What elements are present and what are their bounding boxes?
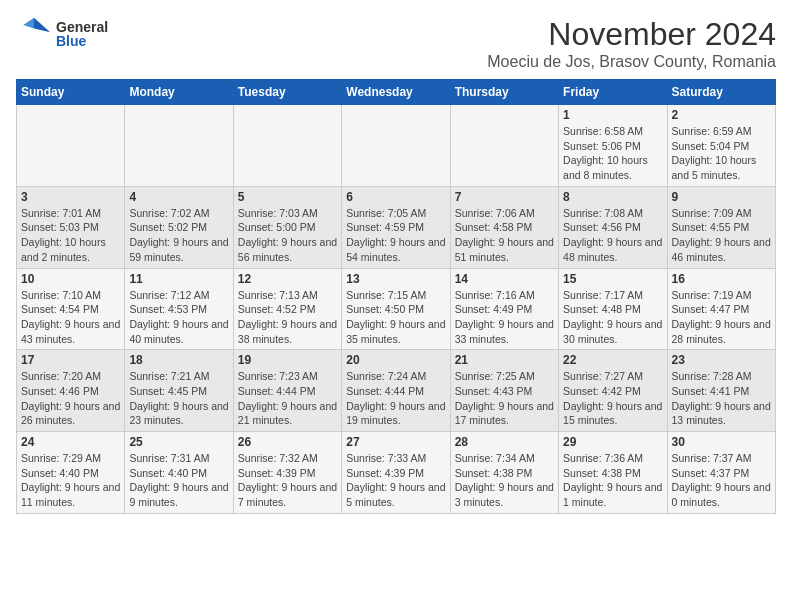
calendar-header-tuesday: Tuesday [233,80,341,105]
day-info: Sunrise: 7:29 AM Sunset: 4:40 PM Dayligh… [21,451,120,510]
day-number: 11 [129,272,228,286]
calendar-cell: 25Sunrise: 7:31 AM Sunset: 4:40 PM Dayli… [125,432,233,514]
day-number: 4 [129,190,228,204]
header: General Blue November 2024 Moeciu de Jos… [16,16,776,71]
calendar-cell: 23Sunrise: 7:28 AM Sunset: 4:41 PM Dayli… [667,350,775,432]
calendar-week-row: 3Sunrise: 7:01 AM Sunset: 5:03 PM Daylig… [17,186,776,268]
day-info: Sunrise: 7:06 AM Sunset: 4:58 PM Dayligh… [455,206,554,265]
logo: General Blue [16,16,108,52]
day-number: 17 [21,353,120,367]
calendar-cell: 10Sunrise: 7:10 AM Sunset: 4:54 PM Dayli… [17,268,125,350]
calendar-cell: 14Sunrise: 7:16 AM Sunset: 4:49 PM Dayli… [450,268,558,350]
day-number: 29 [563,435,662,449]
day-number: 12 [238,272,337,286]
calendar-cell: 22Sunrise: 7:27 AM Sunset: 4:42 PM Dayli… [559,350,667,432]
day-number: 20 [346,353,445,367]
calendar-header-monday: Monday [125,80,233,105]
calendar-cell: 3Sunrise: 7:01 AM Sunset: 5:03 PM Daylig… [17,186,125,268]
calendar-cell: 15Sunrise: 7:17 AM Sunset: 4:48 PM Dayli… [559,268,667,350]
calendar-header-saturday: Saturday [667,80,775,105]
day-info: Sunrise: 7:37 AM Sunset: 4:37 PM Dayligh… [672,451,771,510]
day-info: Sunrise: 7:16 AM Sunset: 4:49 PM Dayligh… [455,288,554,347]
day-info: Sunrise: 7:03 AM Sunset: 5:00 PM Dayligh… [238,206,337,265]
day-info: Sunrise: 6:58 AM Sunset: 5:06 PM Dayligh… [563,124,662,183]
location-title: Moeciu de Jos, Brasov County, Romania [487,53,776,71]
day-number: 25 [129,435,228,449]
calendar-cell: 30Sunrise: 7:37 AM Sunset: 4:37 PM Dayli… [667,432,775,514]
title-area: November 2024 Moeciu de Jos, Brasov Coun… [487,16,776,71]
calendar-cell [233,105,341,187]
day-info: Sunrise: 7:05 AM Sunset: 4:59 PM Dayligh… [346,206,445,265]
day-info: Sunrise: 7:20 AM Sunset: 4:46 PM Dayligh… [21,369,120,428]
day-number: 8 [563,190,662,204]
calendar-cell: 13Sunrise: 7:15 AM Sunset: 4:50 PM Dayli… [342,268,450,350]
calendar-table: SundayMondayTuesdayWednesdayThursdayFrid… [16,79,776,514]
day-info: Sunrise: 7:33 AM Sunset: 4:39 PM Dayligh… [346,451,445,510]
day-info: Sunrise: 6:59 AM Sunset: 5:04 PM Dayligh… [672,124,771,183]
day-info: Sunrise: 7:12 AM Sunset: 4:53 PM Dayligh… [129,288,228,347]
day-number: 15 [563,272,662,286]
calendar-cell [342,105,450,187]
day-number: 26 [238,435,337,449]
calendar-cell [450,105,558,187]
calendar-cell: 20Sunrise: 7:24 AM Sunset: 4:44 PM Dayli… [342,350,450,432]
day-number: 3 [21,190,120,204]
day-number: 2 [672,108,771,122]
day-info: Sunrise: 7:21 AM Sunset: 4:45 PM Dayligh… [129,369,228,428]
day-number: 6 [346,190,445,204]
day-info: Sunrise: 7:24 AM Sunset: 4:44 PM Dayligh… [346,369,445,428]
day-number: 24 [21,435,120,449]
logo-general-text: General [56,20,108,34]
calendar-cell: 27Sunrise: 7:33 AM Sunset: 4:39 PM Dayli… [342,432,450,514]
day-info: Sunrise: 7:01 AM Sunset: 5:03 PM Dayligh… [21,206,120,265]
calendar-cell: 18Sunrise: 7:21 AM Sunset: 4:45 PM Dayli… [125,350,233,432]
calendar-cell: 7Sunrise: 7:06 AM Sunset: 4:58 PM Daylig… [450,186,558,268]
day-info: Sunrise: 7:15 AM Sunset: 4:50 PM Dayligh… [346,288,445,347]
calendar-cell: 19Sunrise: 7:23 AM Sunset: 4:44 PM Dayli… [233,350,341,432]
svg-marker-0 [34,18,50,32]
day-number: 19 [238,353,337,367]
calendar-week-row: 24Sunrise: 7:29 AM Sunset: 4:40 PM Dayli… [17,432,776,514]
calendar-cell: 17Sunrise: 7:20 AM Sunset: 4:46 PM Dayli… [17,350,125,432]
day-info: Sunrise: 7:17 AM Sunset: 4:48 PM Dayligh… [563,288,662,347]
calendar-header-sunday: Sunday [17,80,125,105]
calendar-cell: 2Sunrise: 6:59 AM Sunset: 5:04 PM Daylig… [667,105,775,187]
calendar-cell: 8Sunrise: 7:08 AM Sunset: 4:56 PM Daylig… [559,186,667,268]
svg-marker-1 [23,18,34,29]
day-number: 27 [346,435,445,449]
calendar-cell: 16Sunrise: 7:19 AM Sunset: 4:47 PM Dayli… [667,268,775,350]
calendar-cell: 9Sunrise: 7:09 AM Sunset: 4:55 PM Daylig… [667,186,775,268]
day-number: 7 [455,190,554,204]
day-info: Sunrise: 7:31 AM Sunset: 4:40 PM Dayligh… [129,451,228,510]
calendar-cell: 12Sunrise: 7:13 AM Sunset: 4:52 PM Dayli… [233,268,341,350]
day-number: 22 [563,353,662,367]
calendar-cell: 5Sunrise: 7:03 AM Sunset: 5:00 PM Daylig… [233,186,341,268]
day-number: 18 [129,353,228,367]
calendar-cell: 24Sunrise: 7:29 AM Sunset: 4:40 PM Dayli… [17,432,125,514]
calendar-cell: 21Sunrise: 7:25 AM Sunset: 4:43 PM Dayli… [450,350,558,432]
calendar-cell: 11Sunrise: 7:12 AM Sunset: 4:53 PM Dayli… [125,268,233,350]
day-info: Sunrise: 7:25 AM Sunset: 4:43 PM Dayligh… [455,369,554,428]
day-info: Sunrise: 7:32 AM Sunset: 4:39 PM Dayligh… [238,451,337,510]
month-title: November 2024 [487,16,776,53]
day-info: Sunrise: 7:02 AM Sunset: 5:02 PM Dayligh… [129,206,228,265]
day-info: Sunrise: 7:36 AM Sunset: 4:38 PM Dayligh… [563,451,662,510]
calendar-week-row: 17Sunrise: 7:20 AM Sunset: 4:46 PM Dayli… [17,350,776,432]
day-info: Sunrise: 7:34 AM Sunset: 4:38 PM Dayligh… [455,451,554,510]
calendar-cell: 4Sunrise: 7:02 AM Sunset: 5:02 PM Daylig… [125,186,233,268]
day-info: Sunrise: 7:23 AM Sunset: 4:44 PM Dayligh… [238,369,337,428]
day-number: 9 [672,190,771,204]
calendar-cell [125,105,233,187]
day-info: Sunrise: 7:09 AM Sunset: 4:55 PM Dayligh… [672,206,771,265]
day-number: 21 [455,353,554,367]
day-info: Sunrise: 7:13 AM Sunset: 4:52 PM Dayligh… [238,288,337,347]
calendar-cell: 1Sunrise: 6:58 AM Sunset: 5:06 PM Daylig… [559,105,667,187]
day-number: 28 [455,435,554,449]
day-info: Sunrise: 7:08 AM Sunset: 4:56 PM Dayligh… [563,206,662,265]
day-info: Sunrise: 7:28 AM Sunset: 4:41 PM Dayligh… [672,369,771,428]
calendar-header-friday: Friday [559,80,667,105]
day-number: 30 [672,435,771,449]
calendar-cell: 6Sunrise: 7:05 AM Sunset: 4:59 PM Daylig… [342,186,450,268]
calendar-cell [17,105,125,187]
day-number: 10 [21,272,120,286]
